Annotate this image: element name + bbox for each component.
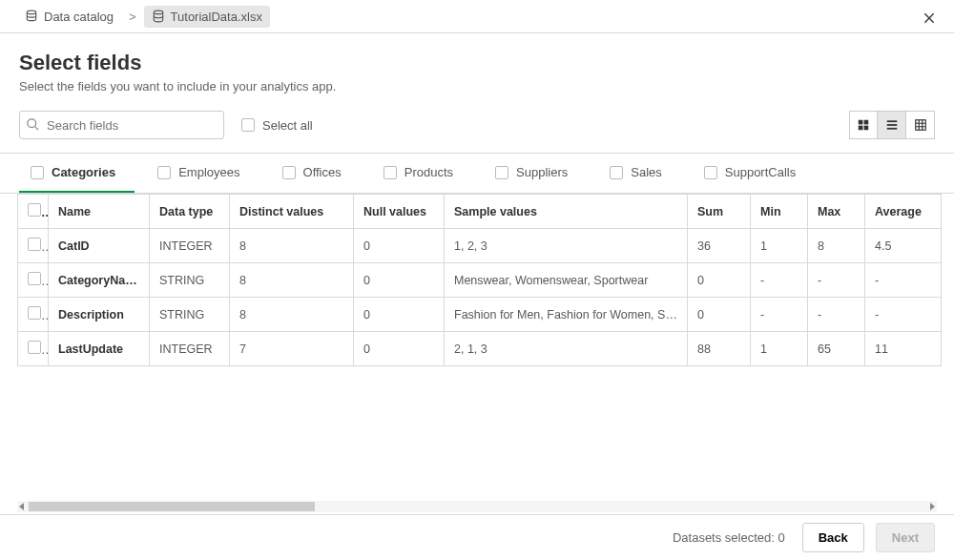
- col-min[interactable]: Min: [751, 195, 808, 229]
- cell-min: 1: [751, 229, 808, 263]
- tab-label: Sales: [631, 165, 662, 179]
- tab-label: Employees: [178, 165, 239, 179]
- col-sample[interactable]: Sample values: [445, 195, 688, 229]
- col-sum[interactable]: Sum: [688, 195, 751, 229]
- cell-avg: -: [865, 263, 942, 298]
- cell-sum: 88: [688, 332, 751, 366]
- cell-sum: 36: [688, 229, 751, 263]
- cell-max: 65: [808, 332, 865, 366]
- datasets-status: Datasets selected: 0: [673, 530, 785, 545]
- view-table-button[interactable]: [906, 111, 935, 139]
- page-subtitle: Select the fields you want to include in…: [19, 79, 935, 93]
- svg-rect-3: [859, 120, 863, 125]
- tab-label: Suppliers: [516, 165, 568, 179]
- col-nulls[interactable]: Null values: [354, 195, 445, 229]
- svg-rect-8: [886, 124, 897, 126]
- tab-checkbox[interactable]: [704, 166, 717, 179]
- table-header-row: Name Data type Distinct values Null valu…: [18, 195, 942, 229]
- tab-offices[interactable]: Offices: [271, 154, 361, 193]
- cell-min: -: [751, 263, 808, 298]
- cell-sample: 2, 1, 3: [445, 332, 688, 366]
- tab-checkbox[interactable]: [384, 166, 397, 179]
- cell-nulls: 0: [354, 263, 445, 298]
- tab-checkbox[interactable]: [157, 166, 171, 179]
- tab-checkbox[interactable]: [31, 166, 44, 179]
- page-title: Select fields: [19, 51, 935, 75]
- tab-label: Offices: [303, 165, 342, 179]
- cell-nulls: 0: [354, 298, 445, 332]
- data-catalog-icon: [25, 10, 38, 23]
- select-all-label: Select all: [262, 118, 313, 133]
- breadcrumb-current-label: TutorialData.xlsx: [171, 10, 262, 24]
- row-checkbox[interactable]: [28, 272, 41, 285]
- tab-sales[interactable]: Sales: [598, 154, 681, 193]
- search-input[interactable]: [19, 111, 224, 139]
- cell-name: CatID: [49, 229, 150, 263]
- view-grid-button[interactable]: [849, 111, 878, 139]
- scroll-left-icon: [19, 503, 24, 510]
- svg-rect-4: [864, 120, 869, 125]
- col-avg[interactable]: Average: [865, 195, 942, 229]
- cell-avg: -: [865, 298, 942, 332]
- database-icon: [152, 10, 165, 23]
- tab-categories[interactable]: Categories: [19, 154, 135, 193]
- cell-min: 1: [751, 332, 808, 366]
- cell-sum: 0: [688, 298, 751, 332]
- datasets-status-label: Datasets selected:: [673, 530, 775, 545]
- header-checkbox[interactable]: [28, 203, 41, 217]
- row-checkbox[interactable]: [28, 306, 41, 320]
- svg-rect-10: [915, 120, 925, 131]
- footer: Datasets selected: 0 Back Next: [0, 514, 954, 560]
- cell-distinct: 7: [230, 332, 354, 366]
- next-button[interactable]: Next: [876, 523, 935, 552]
- col-max[interactable]: Max: [808, 195, 865, 229]
- cell-type: INTEGER: [150, 332, 230, 366]
- search-icon: [26, 117, 40, 132]
- tab-suppliers[interactable]: Suppliers: [484, 154, 587, 193]
- breadcrumb-current[interactable]: TutorialData.xlsx: [144, 6, 270, 28]
- cell-min: -: [751, 298, 808, 332]
- cell-avg: 11: [865, 332, 942, 366]
- back-button[interactable]: Back: [802, 523, 864, 552]
- cell-type: STRING: [150, 298, 230, 332]
- cell-sample: Menswear, Womenswear, Sportwear: [445, 263, 688, 298]
- tab-label: SupportCalls: [725, 165, 796, 179]
- svg-point-0: [27, 10, 35, 13]
- scroll-thumb[interactable]: [29, 502, 315, 511]
- horizontal-scrollbar[interactable]: [17, 501, 937, 512]
- svg-rect-7: [886, 120, 897, 122]
- table-row[interactable]: LastUpdate INTEGER 7 0 2, 1, 3 88 1 65 1…: [18, 332, 942, 366]
- cell-avg: 4.5: [865, 229, 942, 263]
- breadcrumb: Data catalog > TutorialData.xlsx: [0, 0, 954, 33]
- cell-sum: 0: [688, 263, 751, 298]
- row-checkbox[interactable]: [28, 238, 41, 251]
- tab-checkbox[interactable]: [610, 166, 623, 179]
- table-row[interactable]: Description STRING 8 0 Fashion for Men, …: [18, 298, 942, 332]
- tab-checkbox[interactable]: [282, 166, 296, 179]
- cell-sample: Fashion for Men, Fashion for Women, Spor…: [445, 298, 688, 332]
- cell-name: CategoryName: [49, 263, 150, 298]
- svg-rect-5: [859, 126, 863, 131]
- cell-max: -: [808, 298, 865, 332]
- tab-checkbox[interactable]: [495, 166, 508, 179]
- tab-products[interactable]: Products: [372, 154, 472, 193]
- breadcrumb-root[interactable]: Data catalog: [17, 6, 121, 28]
- cell-name: LastUpdate: [49, 332, 150, 366]
- table-row[interactable]: CategoryName STRING 8 0 Menswear, Womens…: [18, 263, 942, 298]
- col-name[interactable]: Name: [49, 195, 150, 229]
- cell-distinct: 8: [230, 229, 354, 263]
- select-all-checkbox[interactable]: [241, 118, 255, 132]
- tab-supportcalls[interactable]: SupportCalls: [693, 154, 815, 193]
- view-toggle: [849, 111, 935, 139]
- view-list-button[interactable]: [878, 111, 906, 139]
- row-checkbox[interactable]: [28, 341, 41, 354]
- col-distinct[interactable]: Distinct values: [230, 195, 354, 229]
- breadcrumb-root-label: Data catalog: [44, 10, 114, 24]
- table-row[interactable]: CatID INTEGER 8 0 1, 2, 3 36 1 8 4.5: [18, 229, 942, 263]
- close-button[interactable]: [918, 7, 941, 30]
- col-data-type[interactable]: Data type: [150, 195, 230, 229]
- tab-label: Products: [404, 165, 453, 179]
- svg-rect-9: [886, 128, 897, 130]
- tab-employees[interactable]: Employees: [146, 154, 259, 193]
- cell-max: -: [808, 263, 865, 298]
